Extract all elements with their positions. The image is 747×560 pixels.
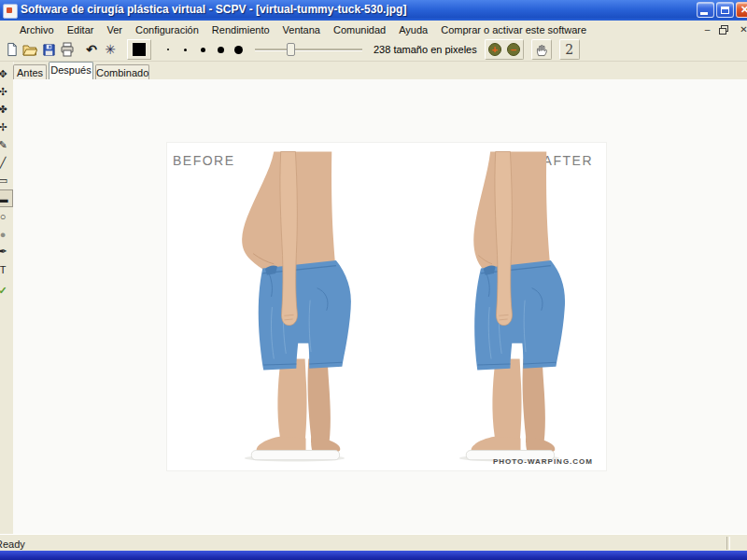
line-icon: ╱ [0,157,6,169]
rectangle-tool[interactable]: ▭ [0,172,13,189]
menu-ventana[interactable]: Ventana [276,22,327,37]
zoom-in-icon: + [488,43,501,56]
menu-ayuda[interactable]: Ayuda [392,22,434,37]
mdi-restore-icon [718,24,729,35]
pen-tool[interactable]: ✒ [0,243,13,260]
application-window: Software de cirugía plástica virtual - S… [0,0,747,560]
menu-bar: Archivo Editar Ver Configuración Rendimi… [0,21,747,38]
rectangle-filled-icon: ▬ [0,193,8,204]
after-figure [423,148,596,466]
warp-spread-tool[interactable]: ✣ [0,83,13,101]
undo-button[interactable]: ↶ [82,40,101,59]
mdi-close-icon: ✕ [740,24,747,35]
ellipse-filled-icon: ● [0,229,6,240]
warp-spread-icon: ✣ [0,86,7,98]
window-title: Software de cirugía plástica virtual - S… [21,3,406,16]
warp-move-icon: ✥ [0,68,7,80]
menu-comunidad[interactable]: Comunidad [327,22,392,37]
size-slider[interactable] [255,40,362,59]
brush-size-2-button[interactable] [176,40,194,59]
ellipse-tool[interactable]: ○ [0,207,13,225]
color-swatch-icon [133,43,146,56]
brush-size-3-button[interactable] [194,40,212,59]
new-file-button[interactable] [2,40,21,59]
menu-rendimiento[interactable]: Rendimiento [205,22,276,37]
mdi-restore-button[interactable] [716,23,730,35]
image-canvas[interactable]: BEFORE AFTER [166,142,607,471]
color-swatch-button[interactable] [127,39,151,60]
mdi-minimize-icon: – [705,24,711,35]
brush-size-4-button[interactable] [212,40,230,59]
brush-size-1-button[interactable] [159,40,176,59]
ellipse-filled-tool[interactable]: ● [0,225,13,243]
new-file-icon [5,42,19,57]
window-bottom-border [0,551,747,560]
side-tool-strip: ✥ ✣ ✤ ✢ ✎ ╱ ▭ ▬ ○ ● ✒ T ✓ [0,62,14,534]
brush-dot-icon [184,49,187,51]
photo-warping-watermark: PHOTO-WARPING.COM [493,457,593,466]
slider-thumb[interactable] [287,43,295,56]
warp-shrink-icon: ✤ [0,104,7,116]
check-icon: ✓ [0,285,7,297]
title-bar: Software de cirugía plástica virtual - S… [0,0,747,21]
rectangle-filled-tool[interactable]: ▬ [0,189,13,207]
brightness-star-button[interactable]: ✳ [101,40,120,59]
mdi-close-button[interactable]: ✕ [737,23,747,35]
status-bar: Ready [0,534,747,552]
open-file-button[interactable] [21,40,39,59]
tab-combinado[interactable]: Combinado [95,64,149,79]
tab-despues[interactable]: Después [49,62,93,79]
mdi-minimize-button[interactable]: – [700,23,714,35]
ellipse-icon: ○ [0,211,6,222]
tab-antes[interactable]: Antes [13,64,47,79]
pencil-icon: ✎ [0,139,7,151]
status-ridge [726,537,730,550]
close-icon: ✕ [740,4,747,16]
open-folder-icon [22,42,37,57]
minimize-icon [700,12,708,15]
minimize-button[interactable] [697,2,714,18]
print-button[interactable] [58,40,77,59]
pen-icon: ✒ [0,245,7,258]
rectangle-icon: ▭ [0,175,7,187]
menu-ver[interactable]: Ver [100,22,129,37]
warp-move-tool[interactable]: ✥ [0,65,13,83]
size-in-pixels-label: 238 tamaño en pixeles [374,44,477,55]
warp-shift-tool[interactable]: ✢ [0,119,13,136]
status-text: Ready [0,539,25,550]
editor-content: BEFORE AFTER [13,79,747,534]
before-figure [208,148,381,466]
menu-archivo[interactable]: Archivo [13,22,61,37]
warp-shrink-tool[interactable]: ✤ [0,101,13,119]
brush-dot-icon [201,48,205,52]
maximize-icon [721,7,729,14]
printer-icon [60,42,75,57]
apply-check-tool[interactable]: ✓ [0,282,13,300]
brush-dot-icon [218,47,224,53]
line-tool[interactable]: ╱ [0,154,13,172]
app-icon [3,4,18,19]
menu-configuracion[interactable]: Configuración [129,22,205,37]
slider-track [255,49,362,51]
menu-comprar-activar[interactable]: Comprar o activar este software [434,22,593,37]
save-button[interactable] [39,40,58,59]
text-tool-icon: T [0,264,6,275]
brush-dot-icon [234,46,243,54]
hand-icon [534,42,548,57]
brush-size-5-button[interactable] [230,40,247,59]
main-toolbar: ↶ ✳ 238 tamaño en pixeles + – 2 [0,38,747,62]
brush-dot-icon [167,49,169,50]
zoom-out-button[interactable]: – [504,40,523,59]
undo-icon: ↶ [86,43,97,56]
tool-2-button[interactable]: 2 [560,40,579,59]
menu-editar[interactable]: Editar [61,22,101,37]
zoom-in-button[interactable]: + [486,40,504,59]
close-button[interactable]: ✕ [736,2,747,18]
maximize-button[interactable] [716,2,734,18]
pencil-tool[interactable]: ✎ [0,136,13,154]
zoom-out-icon: – [507,43,520,56]
pan-hand-button[interactable] [532,40,551,59]
star-icon: ✳ [105,43,116,56]
warp-shift-icon: ✢ [0,121,7,133]
text-tool[interactable]: T [0,260,13,278]
